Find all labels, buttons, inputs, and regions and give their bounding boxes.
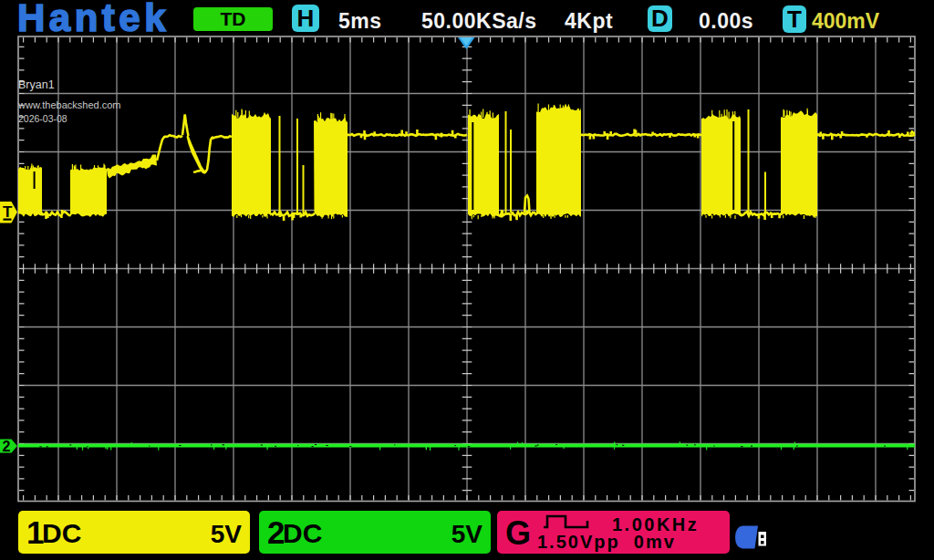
svg-text:2: 2: [3, 439, 11, 454]
svg-text:T: T: [3, 203, 13, 221]
